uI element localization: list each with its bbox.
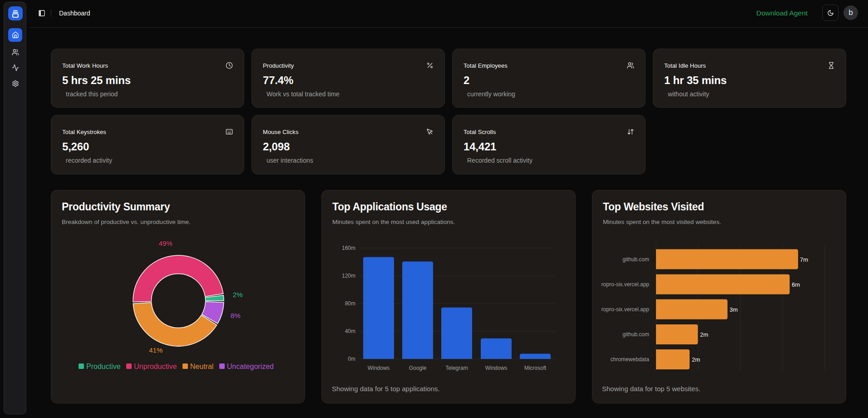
svg-text:Windows: Windows	[485, 365, 508, 371]
svg-text:github.com: github.com	[622, 256, 649, 263]
svg-text:8%: 8%	[231, 312, 241, 319]
svg-text:2m: 2m	[700, 331, 708, 338]
svg-text:ropro-six.vercel.app: ropro-six.vercel.app	[602, 281, 650, 288]
svg-text:7m: 7m	[800, 256, 808, 263]
svg-text:49%: 49%	[159, 239, 173, 247]
svg-text:6m: 6m	[792, 281, 800, 288]
svg-text:Microsoft: Microsoft	[524, 365, 547, 371]
svg-text:80m: 80m	[345, 300, 355, 307]
svg-text:0m: 0m	[348, 356, 355, 362]
svg-text:120m: 120m	[342, 273, 355, 279]
svg-text:chromewebdata: chromewebdata	[611, 356, 650, 363]
svg-text:2m: 2m	[692, 356, 700, 363]
svg-text:2%: 2%	[233, 291, 243, 299]
svg-text:41%: 41%	[149, 346, 163, 354]
svg-text:3m: 3m	[730, 306, 738, 313]
svg-text:github.com: github.com	[622, 331, 649, 338]
svg-text:Windows: Windows	[368, 365, 390, 371]
svg-text:Google: Google	[409, 365, 427, 371]
svg-text:ropro-six.vercel.app: ropro-six.vercel.app	[602, 306, 650, 313]
svg-text:160m: 160m	[342, 245, 355, 251]
svg-text:40m: 40m	[345, 328, 355, 334]
svg-text:Telegram: Telegram	[445, 365, 468, 371]
